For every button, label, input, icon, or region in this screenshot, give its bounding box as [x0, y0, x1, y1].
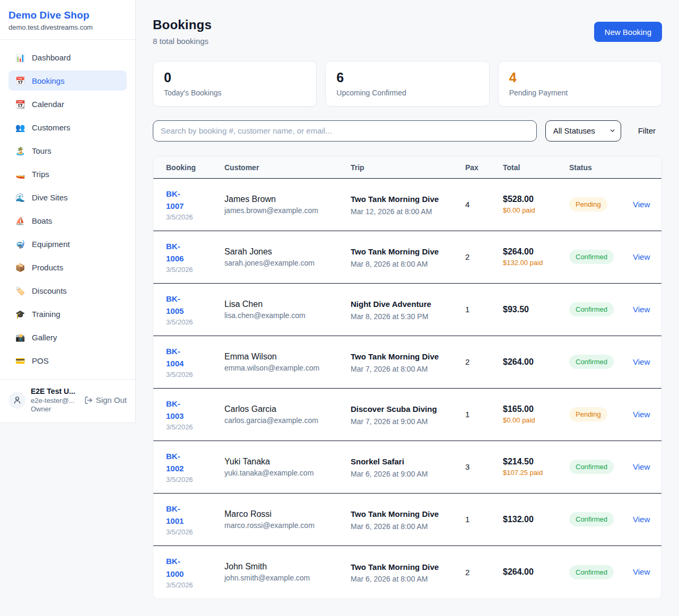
booking-id-link[interactable]: BK-1004 — [166, 345, 195, 370]
sign-out-button[interactable]: Sign Out — [84, 395, 127, 404]
booking-date: 3/5/2026 — [166, 528, 219, 536]
customer-cell: John Smith john.smith@example.com — [224, 562, 351, 582]
trip-cell: Two Tank Morning Dive Mar 6, 2026 at 8:0… — [351, 561, 465, 583]
filter-button[interactable]: Filter — [630, 126, 662, 135]
sidebar-item-boats[interactable]: ⛵ Boats — [8, 210, 127, 231]
booking-id-link[interactable]: BK-1002 — [166, 450, 195, 475]
new-booking-button[interactable]: New Booking — [594, 22, 662, 42]
customer-email: james.brown@example.com — [224, 206, 345, 215]
booking-date: 3/5/2026 — [166, 213, 219, 221]
main-content: Bookings 8 total bookings New Booking 0 … — [136, 0, 679, 616]
booking-id-link[interactable]: BK-1003 — [166, 398, 195, 423]
sidebar-item-tours[interactable]: 🏝️ Tours — [8, 140, 127, 161]
customer-email: lisa.chen@example.com — [224, 311, 345, 320]
status-badge: Confirmed — [569, 460, 614, 474]
column-header-total: Total — [503, 163, 569, 172]
status-badge: Confirmed — [569, 302, 614, 316]
trip-date: Mar 7, 2026 at 8:00 AM — [351, 365, 460, 373]
trip-name: Snorkel Safari — [351, 455, 441, 468]
status-cell: Confirmed — [569, 460, 633, 474]
table-row: BK-1001 3/5/2026 Marco Rossi marco.rossi… — [153, 494, 661, 546]
customer-cell: Emma Wilson emma.wilson@example.com — [224, 352, 351, 372]
user-email: e2e-tester@... — [31, 397, 79, 404]
column-header-booking: Booking — [166, 163, 224, 172]
trip-name: Two Tank Morning Dive — [351, 193, 441, 205]
customer-name: Carlos Garcia — [224, 404, 345, 414]
customer-email: john.smith@example.com — [224, 574, 345, 582]
sidebar-item-dashboard[interactable]: 📊 Dashboard — [8, 47, 127, 67]
customer-cell: James Brown james.brown@example.com — [224, 195, 351, 215]
pax-value: 4 — [465, 200, 503, 209]
user-avatar — [8, 392, 25, 409]
pax-value: 2 — [465, 568, 503, 577]
booking-date: 3/5/2026 — [166, 371, 219, 379]
booking-id-link[interactable]: BK-1007 — [166, 188, 195, 213]
sidebar-item-training[interactable]: 🎓 Training — [8, 304, 127, 324]
sidebar-item-dive-sites[interactable]: 🌊 Dive Sites — [8, 187, 127, 207]
view-cell: View — [633, 567, 655, 577]
view-cell: View — [633, 200, 655, 209]
customer-name: Lisa Chen — [224, 300, 345, 309]
sidebar-item-customers[interactable]: 👥 Customers — [8, 117, 127, 137]
view-link[interactable]: View — [633, 252, 650, 261]
total-amount: $264.00 — [503, 247, 564, 257]
status-cell: Confirmed — [569, 355, 633, 369]
status-filter-select[interactable]: All Statuses — [545, 120, 621, 142]
sidebar-item-label: Products — [32, 263, 63, 272]
view-link[interactable]: View — [633, 305, 650, 314]
search-input[interactable] — [153, 120, 537, 142]
sign-out-icon — [84, 396, 93, 404]
customer-name: Marco Rossi — [224, 509, 345, 519]
sailboat-icon: ⛵ — [15, 217, 25, 225]
booking-id-link[interactable]: BK-1001 — [166, 503, 195, 527]
diving-mask-icon: 🤿 — [15, 240, 25, 248]
sidebar-item-discounts[interactable]: 🏷️ Discounts — [8, 280, 127, 301]
page-header: Bookings 8 total bookings New Booking — [153, 17, 662, 46]
view-link[interactable]: View — [633, 515, 650, 524]
customer-cell: Sarah Jones sarah.jones@example.com — [224, 247, 351, 267]
pax-value: 1 — [465, 305, 503, 314]
bookings-table-body: BK-1007 3/5/2026 James Brown james.brown… — [153, 179, 661, 599]
user-name: E2E Test U... — [31, 387, 79, 395]
view-link[interactable]: View — [633, 200, 650, 209]
booking-cell: BK-1004 3/5/2026 — [166, 345, 224, 379]
sidebar-item-label: Bookings — [32, 76, 65, 85]
sidebar-item-label: Equipment — [32, 240, 70, 249]
person-icon — [13, 395, 22, 404]
sidebar-item-equipment[interactable]: 🤿 Equipment — [8, 234, 127, 254]
sidebar-item-bookings[interactable]: 📅 Bookings — [8, 71, 127, 91]
table-row: BK-1007 3/5/2026 James Brown james.brown… — [153, 179, 661, 231]
user-info: E2E Test U... e2e-tester@... Owner — [31, 387, 79, 413]
sidebar-item-products[interactable]: 📦 Products — [8, 257, 127, 277]
booking-id-link[interactable]: BK-1006 — [166, 240, 195, 265]
status-cell: Confirmed — [569, 565, 633, 579]
view-link[interactable]: View — [633, 567, 650, 576]
sidebar-item-pos[interactable]: 💳 POS — [8, 350, 127, 371]
view-cell: View — [633, 357, 655, 367]
customer-name: John Smith — [224, 562, 345, 571]
trip-cell: Night Dive Adventure Mar 8, 2026 at 5:30… — [351, 298, 465, 320]
brand-domain: demo.test.divestreams.com — [8, 23, 127, 31]
sidebar-item-calendar[interactable]: 📆 Calendar — [8, 94, 127, 114]
stat-card: 0 Today's Bookings — [153, 61, 317, 107]
trip-date: Mar 8, 2026 at 5:30 PM — [351, 312, 460, 321]
tear-off-calendar-icon: 📆 — [15, 100, 25, 108]
view-link[interactable]: View — [633, 410, 650, 419]
sidebar-item-trips[interactable]: 🚤 Trips — [8, 164, 127, 184]
booking-cell: BK-1007 3/5/2026 — [166, 188, 224, 222]
stat-label: Today's Bookings — [164, 89, 306, 97]
sidebar-item-gallery[interactable]: 📸 Gallery — [8, 327, 127, 347]
view-link[interactable]: View — [633, 462, 650, 471]
booking-id-link[interactable]: BK-1005 — [166, 293, 195, 318]
customer-name: Sarah Jones — [224, 247, 345, 257]
booking-date: 3/5/2026 — [166, 581, 219, 589]
booking-id-link[interactable]: BK-1000 — [166, 555, 195, 580]
trip-date: Mar 6, 2026 at 9:00 AM — [351, 470, 460, 478]
view-link[interactable]: View — [633, 357, 650, 366]
brand-name[interactable]: Demo Dive Shop — [8, 10, 127, 21]
sidebar-item-label: Discounts — [32, 286, 67, 295]
status-cell: Pending — [569, 407, 633, 421]
table-header-row: Booking Customer Trip Pax Total Status — [153, 156, 661, 179]
trip-date: Mar 6, 2026 at 8:00 AM — [351, 522, 460, 531]
stat-value: 0 — [164, 71, 306, 85]
